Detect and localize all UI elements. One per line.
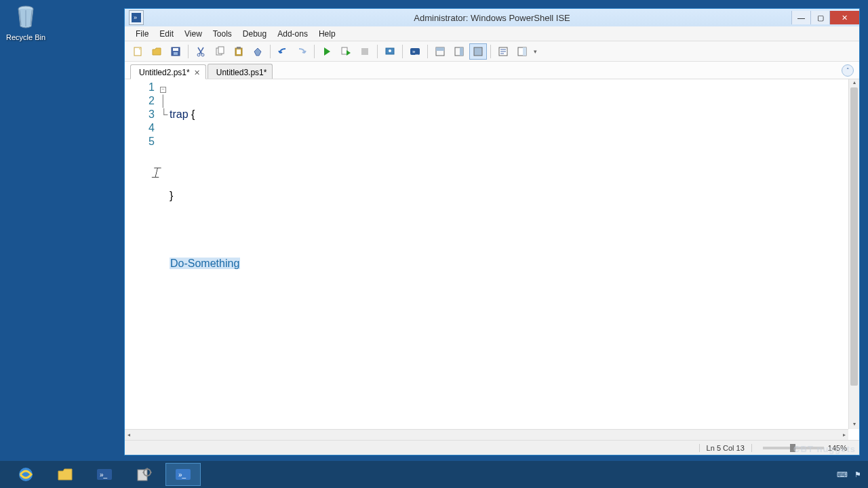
svg-rect-21 xyxy=(436,47,444,51)
fold-column: − │ └ xyxy=(160,79,170,440)
recycle-bin-icon xyxy=(12,3,39,30)
system-tray[interactable]: ⌨ ⚑ xyxy=(837,470,868,479)
taskbar-explorer[interactable] xyxy=(47,463,83,486)
layout-top-button[interactable] xyxy=(431,43,449,60)
run-button[interactable] xyxy=(318,43,336,60)
svg-rect-6 xyxy=(174,52,178,55)
horizontal-scrollbar[interactable]: ◂ ▸ xyxy=(125,429,848,440)
collapse-script-pane-button[interactable]: ˄ xyxy=(842,64,854,77)
taskbar: »_ »_ ⌨ ⚑ xyxy=(0,461,868,488)
tab-label: Untitled3.ps1* xyxy=(216,68,267,77)
toolbar-overflow[interactable]: ▾ xyxy=(534,48,537,55)
taskbar-powershell[interactable]: »_ xyxy=(87,463,122,486)
tab-untitled2[interactable]: Untitled2.ps1* ✕ xyxy=(130,64,206,79)
svg-point-8 xyxy=(201,54,204,56)
svg-rect-13 xyxy=(237,47,241,49)
svg-text:»_: »_ xyxy=(412,49,418,55)
svg-point-7 xyxy=(197,54,200,56)
open-button[interactable] xyxy=(148,43,165,60)
svg-rect-5 xyxy=(173,48,178,51)
svg-rect-12 xyxy=(237,49,241,54)
undo-button[interactable] xyxy=(274,43,292,60)
menu-tools[interactable]: Tools xyxy=(208,28,237,40)
app-icon: » xyxy=(129,10,144,25)
menu-view[interactable]: View xyxy=(179,28,208,40)
svg-rect-15 xyxy=(361,48,368,55)
toolbar-separator xyxy=(427,45,428,58)
watermark: CBT nuggets xyxy=(793,444,856,454)
menu-debug[interactable]: Debug xyxy=(237,28,272,40)
keyword-trap: trap xyxy=(170,108,189,120)
window-title: Administrator: Windows PowerShell ISE xyxy=(414,13,570,23)
toolbar-separator xyxy=(314,45,315,58)
svg-rect-27 xyxy=(523,47,526,56)
show-addon-button[interactable] xyxy=(513,43,531,60)
run-selection-button[interactable] xyxy=(337,43,355,60)
text-cursor-icon: ⌶ xyxy=(152,165,159,180)
svg-point-17 xyxy=(389,49,391,52)
layout-right-button[interactable] xyxy=(450,43,468,60)
redo-button[interactable] xyxy=(293,43,311,60)
menu-help[interactable]: Help xyxy=(313,28,341,40)
recycle-bin[interactable]: Recycle Bin xyxy=(5,3,46,41)
menu-file[interactable]: File xyxy=(130,28,154,40)
tab-untitled3[interactable]: Untitled3.ps1* xyxy=(208,64,273,79)
paste-button[interactable] xyxy=(230,43,248,60)
tray-keyboard-icon[interactable]: ⌨ xyxy=(837,470,848,479)
vertical-scrollbar[interactable]: ▴ ▾ xyxy=(848,79,859,429)
svg-text:»_: »_ xyxy=(100,471,108,479)
scroll-down-icon[interactable]: ▾ xyxy=(849,421,859,429)
cut-button[interactable] xyxy=(192,43,210,60)
svg-rect-24 xyxy=(474,47,482,56)
document-tabs: Untitled2.ps1* ✕ Untitled3.ps1* ˄ xyxy=(125,62,859,79)
svg-text:»: » xyxy=(134,14,137,21)
menu-addons[interactable]: Add-ons xyxy=(272,28,313,40)
taskbar-ise[interactable]: »_ xyxy=(165,463,201,486)
toolbar-separator xyxy=(188,45,189,58)
svg-rect-14 xyxy=(342,47,347,54)
recycle-bin-label: Recycle Bin xyxy=(5,33,46,41)
tray-flag-icon[interactable]: ⚑ xyxy=(854,470,861,479)
code-area[interactable]: trap { } Do-Something xyxy=(170,79,859,440)
line-gutter: 1 2 3 4 5 xyxy=(125,79,160,440)
menubar: File Edit View Tools Debug Add-ons Help xyxy=(125,26,859,41)
show-command-button[interactable] xyxy=(494,43,512,60)
tab-label: Untitled2.ps1* xyxy=(139,68,190,77)
toolbar: »_ ▾ xyxy=(125,41,859,62)
fold-toggle[interactable]: − xyxy=(160,87,166,93)
cmdlet-do-something: Do-Something xyxy=(170,258,240,269)
toolbar-separator xyxy=(490,45,491,58)
scroll-left-icon[interactable]: ◂ xyxy=(125,430,133,440)
toolbar-separator xyxy=(270,45,271,58)
taskbar-ie[interactable] xyxy=(8,463,43,486)
new-button[interactable] xyxy=(129,43,146,60)
scroll-up-icon[interactable]: ▴ xyxy=(849,79,859,87)
copy-button[interactable] xyxy=(211,43,229,60)
script-editor[interactable]: 1 2 3 4 5 − │ └ trap { } Do-Something ▴ … xyxy=(125,79,859,440)
toolbar-separator xyxy=(402,45,403,58)
svg-rect-23 xyxy=(460,47,463,56)
stop-button[interactable] xyxy=(356,43,374,60)
minimize-button[interactable]: — xyxy=(791,11,810,24)
taskbar-server-manager[interactable] xyxy=(126,463,161,486)
maximize-button[interactable]: ▢ xyxy=(810,11,829,24)
tab-close-icon[interactable]: ✕ xyxy=(194,68,200,77)
clear-button[interactable] xyxy=(249,43,267,60)
powershell-button[interactable]: »_ xyxy=(406,43,424,60)
scroll-right-icon[interactable]: ▸ xyxy=(840,430,848,440)
menu-edit[interactable]: Edit xyxy=(154,28,179,40)
close-button[interactable]: ✕ xyxy=(829,11,859,24)
layout-max-button[interactable] xyxy=(469,43,487,60)
titlebar[interactable]: » Administrator: Windows PowerShell ISE … xyxy=(125,9,859,26)
save-button[interactable] xyxy=(167,43,184,60)
cursor-position: Ln 5 Col 13 xyxy=(699,444,751,452)
new-remote-button[interactable] xyxy=(381,43,399,60)
statusbar: Ln 5 Col 13 145% xyxy=(125,440,859,455)
toolbar-separator xyxy=(377,45,378,58)
svg-text:»_: »_ xyxy=(178,471,186,479)
ise-window: » Administrator: Windows PowerShell ISE … xyxy=(124,8,860,455)
scroll-thumb[interactable] xyxy=(850,87,858,386)
svg-rect-10 xyxy=(218,47,224,54)
